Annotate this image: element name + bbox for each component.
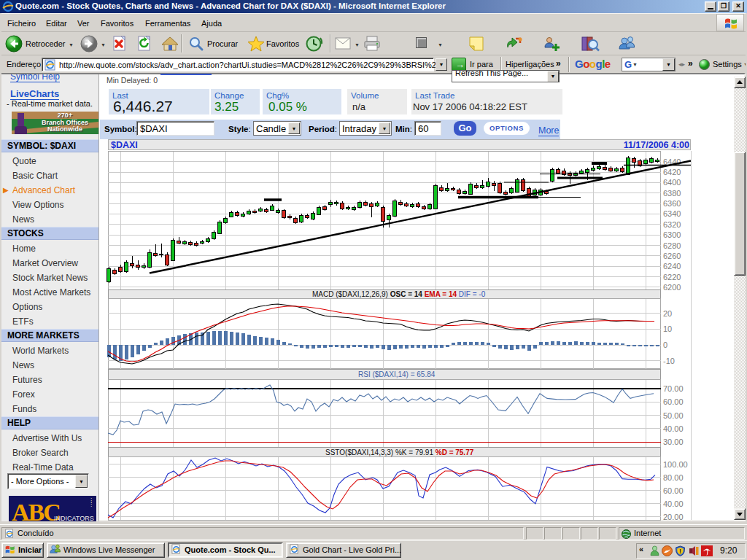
svg-text:SSTO($DAXI,14,3,3) %K = 79.91: SSTO($DAXI,14,3,3) %K = 79.91 %D = 75.77 — [325, 448, 474, 456]
svg-text:80.00: 80.00 — [663, 473, 684, 482]
svg-text:60.00: 60.00 — [663, 486, 684, 495]
svg-text:6260: 6260 — [663, 252, 681, 260]
svg-text:-10: -10 — [663, 357, 675, 365]
svg-text:6240: 6240 — [663, 262, 681, 271]
svg-text:$DAXI: $DAXI — [111, 140, 138, 150]
svg-text:6280: 6280 — [663, 241, 681, 250]
svg-text:70.00: 70.00 — [663, 384, 684, 393]
svg-text:40.00: 40.00 — [663, 424, 684, 433]
svg-text:20: 20 — [663, 309, 672, 318]
svg-text:6400: 6400 — [663, 178, 681, 187]
svg-text:!: ! — [679, 548, 681, 555]
svg-text:6360: 6360 — [663, 199, 681, 208]
svg-text:RSI ($DAXI,14) = 65.84: RSI ($DAXI,14) = 65.84 — [358, 370, 436, 378]
svg-text:40.00: 40.00 — [663, 499, 684, 508]
svg-text:6300: 6300 — [663, 230, 681, 239]
svg-text:MACD ($DAXI,12,26,9) OSC = 14: MACD ($DAXI,12,26,9) OSC = 14 EMA = 14 D… — [312, 290, 486, 298]
svg-text:30.00: 30.00 — [663, 438, 684, 446]
svg-text:10: 10 — [663, 324, 672, 333]
svg-text:60.00: 60.00 — [663, 397, 684, 406]
svg-text:6220: 6220 — [663, 273, 681, 281]
svg-text:100.00: 100.00 — [663, 460, 688, 469]
svg-text:6340: 6340 — [663, 209, 681, 218]
svg-text:20.00: 20.00 — [663, 513, 684, 521]
svg-text:6380: 6380 — [663, 189, 681, 198]
svg-text:0: 0 — [663, 341, 667, 349]
svg-text:6200: 6200 — [663, 283, 681, 292]
svg-text:11/17/2006 4:00: 11/17/2006 4:00 — [624, 140, 689, 150]
svg-text:50.00: 50.00 — [663, 411, 684, 420]
svg-text:6420: 6420 — [663, 168, 681, 176]
svg-text:6320: 6320 — [663, 220, 681, 229]
